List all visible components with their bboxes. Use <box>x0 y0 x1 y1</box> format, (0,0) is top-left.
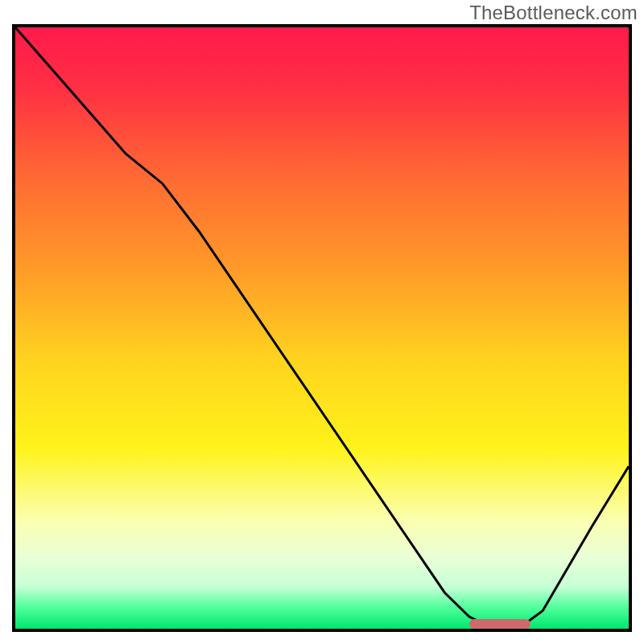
plot-svg <box>15 27 629 629</box>
optimal-range-marker <box>469 619 530 629</box>
watermark-label: TheBottleneck.com <box>469 2 638 24</box>
plot-frame <box>12 24 632 632</box>
chart-container: TheBottleneck.com <box>0 0 644 644</box>
gradient-background <box>15 27 629 629</box>
